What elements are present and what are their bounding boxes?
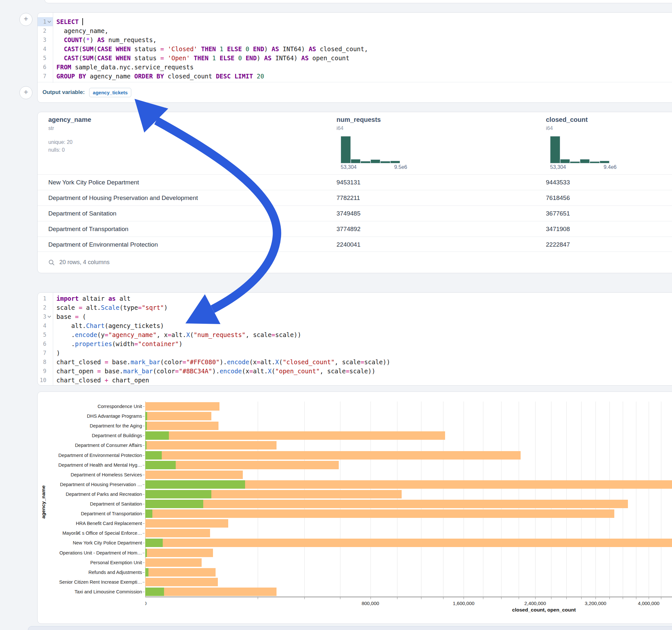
chart-row: Personal Exemption Unit bbox=[38, 558, 672, 567]
chart-y-tick bbox=[143, 563, 145, 563]
table-cell: 3774892 bbox=[336, 225, 360, 233]
chart-y-tick bbox=[143, 494, 145, 494]
chart-category-label: Department of Buildings bbox=[38, 431, 142, 440]
x-axis-tick bbox=[463, 597, 464, 599]
table-cell: 7618456 bbox=[546, 194, 570, 201]
column-name: closed_count bbox=[546, 116, 588, 123]
closed-count-histogram-labels: 53,304 9.4e6 bbox=[550, 164, 617, 170]
chart-row: Mayorâ€ s Office of Special Enforce… bbox=[38, 528, 672, 538]
line-number: 7 bbox=[38, 348, 53, 358]
python-cell: 12345678910 import altair as altscale = … bbox=[37, 292, 672, 386]
chart-row: New York City Police Department bbox=[38, 538, 672, 548]
chart-y-axis-title: agency_name bbox=[41, 457, 46, 547]
column-nulls-stat: nulls: 0 bbox=[48, 146, 91, 154]
fold-chevron-icon[interactable] bbox=[47, 20, 51, 24]
chart-category-label: Department of Health and Mental Hyg… bbox=[38, 460, 142, 470]
x-axis-tick bbox=[370, 597, 371, 599]
chart-category-label: Department of Homeless Services bbox=[38, 470, 142, 480]
output-variable-badge[interactable]: agency_tickets bbox=[89, 88, 131, 97]
results-table-card: agency_name str unique: 20 nulls: 0 num_… bbox=[37, 112, 672, 273]
table-row[interactable]: Department of Sanitation37494853677651 bbox=[38, 205, 672, 221]
histogram-bar bbox=[380, 161, 390, 163]
column-type: i64 bbox=[546, 125, 588, 131]
chart-y-tick bbox=[143, 445, 145, 445]
chart-category-label: Department of Parks and Recreation bbox=[38, 489, 142, 499]
x-axis-tick-label: 4,000,000 bbox=[638, 601, 660, 606]
sql-editor[interactable]: 1234567 SELECT agency_name, COUNT(*) AS … bbox=[38, 13, 672, 83]
x-axis-tick-label: 800,000 bbox=[361, 601, 379, 606]
chart-bar-open bbox=[145, 568, 148, 577]
fold-chevron-icon[interactable] bbox=[47, 314, 51, 319]
chart-bar-open bbox=[145, 412, 147, 420]
column-header-agency-name: agency_name str unique: 20 nulls: 0 bbox=[48, 116, 91, 154]
chart-bar-closed bbox=[145, 519, 228, 528]
chart-category-label: Department for the Aging bbox=[38, 421, 142, 431]
x-axis-tick bbox=[623, 597, 623, 599]
chart-bar-closed bbox=[145, 549, 213, 557]
table-cell: 3471908 bbox=[546, 225, 570, 233]
add-cell-button-top[interactable]: + bbox=[20, 13, 32, 26]
next-cell-edge[interactable] bbox=[28, 626, 672, 630]
x-axis-tick bbox=[609, 597, 610, 599]
table-row[interactable]: Department of Housing Preservation and D… bbox=[38, 190, 672, 206]
chart-bar-open bbox=[145, 500, 203, 508]
x-axis-tick bbox=[258, 597, 258, 599]
table-cell: 3749485 bbox=[336, 210, 360, 217]
x-axis-tick bbox=[596, 597, 596, 599]
code-line: CAST(SUM(CASE WHEN status = 'Closed' THE… bbox=[56, 44, 672, 53]
chart-row: Taxi and Limousine Commission bbox=[38, 587, 672, 597]
chart-bar-closed bbox=[145, 578, 218, 586]
x-axis-tick bbox=[340, 597, 340, 599]
code-line: SELECT bbox=[56, 17, 672, 26]
x-axis-tick bbox=[519, 597, 519, 599]
line-number: 6 bbox=[38, 339, 53, 348]
bar-chart: Correspondence UnitDHS Advantage Program… bbox=[38, 402, 672, 597]
table-row[interactable]: Department of Transportation377489234719… bbox=[38, 221, 672, 237]
table-cell: Department of Transportation bbox=[48, 225, 128, 233]
chart-category-label: Department of Consumer Affairs bbox=[38, 440, 142, 450]
chart-category-label: Correspondence Unit bbox=[38, 402, 142, 411]
line-number: 2 bbox=[38, 26, 53, 35]
table-cell: 7782211 bbox=[336, 194, 360, 201]
code-line: scale = alt.Scale(type="sqrt") bbox=[56, 303, 672, 312]
search-icon[interactable] bbox=[48, 259, 55, 266]
chart-x-ticks: 0800,0001,600,0002,400,0003,200,0004,000… bbox=[145, 597, 672, 610]
chart-category-label: Mayorâ€ s Office of Special Enforce… bbox=[38, 528, 142, 538]
chart-y-tick bbox=[143, 426, 145, 426]
chart-bar-open bbox=[145, 549, 147, 557]
chart-bar-closed bbox=[145, 451, 521, 460]
histogram-min-label: 53,304 bbox=[341, 164, 357, 170]
chart-row: Senior Citizen Rent Increase Exempti… bbox=[38, 577, 672, 587]
chart-category-label: HRA Benefit Card Replacement bbox=[38, 518, 142, 528]
x-axis-tick bbox=[501, 597, 502, 599]
x-axis-tick bbox=[304, 597, 305, 599]
histogram-bar bbox=[351, 159, 361, 163]
chart-row: Department of Sanitation bbox=[38, 499, 672, 509]
table-row[interactable]: New York City Police Department945313194… bbox=[38, 174, 672, 190]
python-editor[interactable]: 12345678910 import altair as altscale = … bbox=[38, 293, 672, 386]
chart-bar-closed bbox=[145, 441, 277, 450]
chart-category-label: Department of Transportation bbox=[38, 509, 142, 518]
python-code[interactable]: import altair as altscale = alt.Scale(ty… bbox=[53, 293, 672, 386]
output-variable-label: Output variable: bbox=[43, 89, 85, 96]
line-number: 3 bbox=[38, 35, 53, 44]
table-cell: Department of Housing Preservation and D… bbox=[48, 194, 198, 201]
column-name: agency_name bbox=[48, 116, 91, 123]
line-number: 2 bbox=[38, 303, 53, 312]
line-number: 8 bbox=[38, 358, 53, 366]
column-header-closed-count: closed_count i64 bbox=[546, 116, 588, 131]
column-type: str bbox=[48, 125, 91, 131]
chart-category-label: New York City Police Department bbox=[38, 538, 142, 548]
chart-y-tick bbox=[143, 543, 145, 543]
chart-bar-open bbox=[145, 421, 147, 430]
line-number: 5 bbox=[38, 330, 53, 339]
sql-code[interactable]: SELECT agency_name, COUNT(*) AS num_requ… bbox=[53, 13, 672, 83]
chart-category-label: Personal Exemption Unit bbox=[38, 558, 142, 567]
add-cell-button-output[interactable]: + bbox=[20, 86, 32, 99]
chart-row: Department of Parks and Recreation bbox=[38, 489, 672, 499]
table-cell: Department of Environmental Protection bbox=[48, 241, 158, 248]
code-line: CAST(SUM(CASE WHEN status = 'Open' THEN … bbox=[56, 53, 672, 63]
chart-bar-closed bbox=[145, 421, 218, 430]
table-row[interactable]: Department of Environmental Protection22… bbox=[38, 237, 672, 252]
x-axis-tick bbox=[661, 597, 661, 599]
